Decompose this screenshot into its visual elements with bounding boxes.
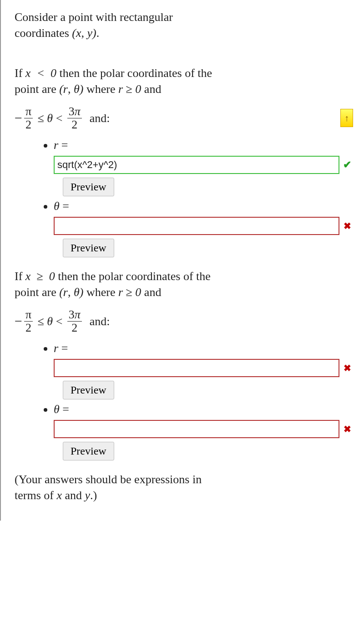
checkmark-icon: ✔ [341,158,353,172]
preview-button[interactable]: Preview [63,381,114,399]
preview-button[interactable]: Preview [63,178,114,196]
arrow-up-icon: ↑ [344,112,349,124]
case-a-theta-label: θ = [54,199,69,213]
case-a-ge: ≥ [126,82,132,96]
footnote: (Your answers should be expressions in t… [15,471,353,503]
case-a-r-label: r = [54,138,68,152]
case-b-theta-label: θ = [54,403,69,416]
case-b-r-item: r = ✖ Preview [54,340,353,399]
scroll-top-button[interactable]: ↑ [340,109,353,127]
intro-math-xy: (x, y) [72,26,96,40]
case-b-r: r [118,286,123,299]
preview-button[interactable]: Preview [63,239,114,257]
case-a-var-x: x [25,66,31,80]
case-b-range-row: − π2 ≤ θ < 3π2 and: [15,308,353,334]
case-a-r-item: r = ✔ Preview [54,137,353,196]
cross-icon: ✖ [341,423,353,435]
case-a-prose: If x < 0 then the polar coordinates of t… [15,65,353,97]
case-a-range-row: − π2 ≤ θ < 3π2 and: ↑ [15,105,353,131]
case-b-answers: r = ✖ Preview θ = ✖ Preview [15,340,353,460]
case-b-theta-item: θ = ✖ Preview [54,401,353,460]
case-b-range: − π2 ≤ θ < 3π2 and: [15,308,353,334]
case-b-zero: 0 [49,270,55,283]
case-b-var-x: x [25,270,31,283]
case-a-theta-item: θ = ✖ Preview [54,198,353,257]
case-a-r-input[interactable] [54,156,339,174]
case-a-zero: 0 [51,66,56,80]
case-b-r-label: r = [54,342,68,355]
case-a-lt: < [36,66,45,80]
intro-text-1: Consider a point with rectangular [15,10,173,24]
case-b-rtheta: (r, θ) [59,286,83,299]
case-a-rtheta: (r, θ) [59,82,83,96]
cross-icon: ✖ [341,362,353,374]
case-a-r: r [118,82,123,96]
case-a-zero2: 0 [135,82,141,96]
intro-paragraph: Consider a point with rectangular coordi… [15,9,353,41]
intro-text-2a: coordinates [15,26,72,40]
case-b-r-input[interactable] [54,359,339,377]
case-a-answers: r = ✔ Preview θ = ✖ Preview [15,137,353,257]
case-a-range: − π2 ≤ θ < 3π2 and: [15,105,336,131]
case-b-theta-input[interactable] [54,420,339,438]
intro-text-2b: . [96,26,100,40]
case-a-theta-input[interactable] [54,217,339,235]
case-b-prose: If x ≥ 0 then the polar coordinates of t… [15,268,353,300]
cross-icon: ✖ [341,220,353,232]
case-b-ge: ≥ [36,270,43,283]
preview-button[interactable]: Preview [63,442,114,460]
